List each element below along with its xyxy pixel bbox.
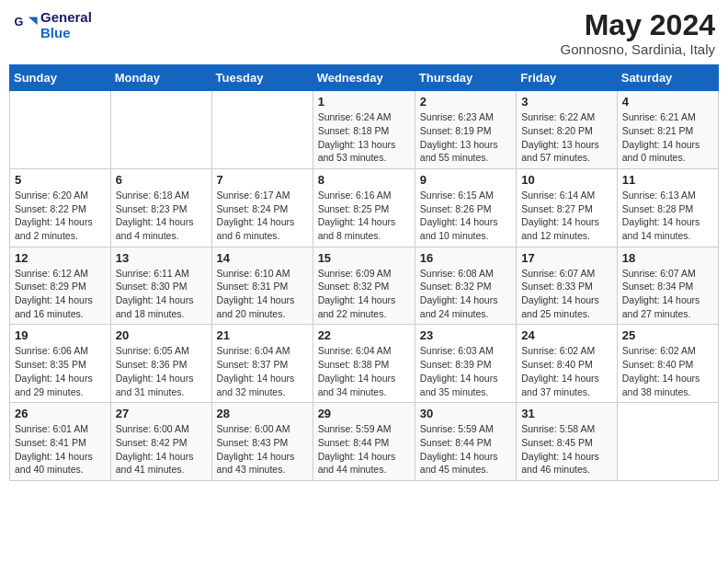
day-info: Sunrise: 6:14 AM Sunset: 8:27 PM Dayligh… bbox=[521, 189, 612, 243]
day-number: 13 bbox=[116, 251, 207, 265]
logo-icon: G bbox=[13, 12, 39, 38]
day-number: 22 bbox=[318, 328, 410, 342]
calendar-day-cell bbox=[617, 403, 718, 481]
calendar-day-cell: 25Sunrise: 6:02 AM Sunset: 8:40 PM Dayli… bbox=[617, 325, 718, 403]
calendar-header-row: SundayMondayTuesdayWednesdayThursdayFrid… bbox=[10, 65, 719, 91]
day-of-week-header: Wednesday bbox=[313, 65, 415, 91]
calendar-day-cell bbox=[110, 91, 211, 169]
calendar-day-cell: 26Sunrise: 6:01 AM Sunset: 8:41 PM Dayli… bbox=[10, 403, 111, 481]
day-of-week-header: Friday bbox=[517, 65, 618, 91]
day-number: 20 bbox=[116, 328, 207, 342]
day-number: 28 bbox=[217, 407, 308, 420]
calendar-day-cell: 4Sunrise: 6:21 AM Sunset: 8:21 PM Daylig… bbox=[617, 91, 718, 169]
calendar-day-cell: 8Sunrise: 6:16 AM Sunset: 8:25 PM Daylig… bbox=[313, 168, 415, 247]
day-info: Sunrise: 6:17 AM Sunset: 8:24 PM Dayligh… bbox=[217, 189, 308, 243]
day-number: 15 bbox=[318, 251, 410, 265]
location-subtitle: Gonnosno, Sardinia, Italy bbox=[561, 41, 715, 57]
day-number: 29 bbox=[318, 407, 410, 420]
calendar-day-cell: 1Sunrise: 6:24 AM Sunset: 8:18 PM Daylig… bbox=[313, 91, 415, 169]
day-info: Sunrise: 5:58 AM Sunset: 8:45 PM Dayligh… bbox=[521, 422, 612, 477]
calendar-day-cell: 19Sunrise: 6:06 AM Sunset: 8:35 PM Dayli… bbox=[10, 325, 111, 403]
calendar-day-cell: 21Sunrise: 6:04 AM Sunset: 8:37 PM Dayli… bbox=[211, 325, 313, 403]
calendar-day-cell bbox=[10, 91, 111, 169]
day-number: 3 bbox=[521, 95, 612, 109]
calendar-day-cell: 18Sunrise: 6:07 AM Sunset: 8:34 PM Dayli… bbox=[617, 247, 718, 325]
day-number: 5 bbox=[15, 173, 106, 187]
day-number: 7 bbox=[217, 173, 308, 187]
day-number: 8 bbox=[318, 173, 410, 187]
day-info: Sunrise: 6:01 AM Sunset: 8:41 PM Dayligh… bbox=[15, 422, 106, 477]
day-number: 21 bbox=[217, 328, 308, 342]
calendar-day-cell: 7Sunrise: 6:17 AM Sunset: 8:24 PM Daylig… bbox=[211, 168, 313, 247]
day-info: Sunrise: 6:20 AM Sunset: 8:22 PM Dayligh… bbox=[15, 189, 106, 243]
calendar-day-cell: 16Sunrise: 6:08 AM Sunset: 8:32 PM Dayli… bbox=[415, 247, 516, 325]
day-number: 25 bbox=[622, 328, 713, 342]
day-number: 10 bbox=[521, 173, 612, 187]
day-info: Sunrise: 6:03 AM Sunset: 8:39 PM Dayligh… bbox=[420, 344, 511, 398]
day-of-week-header: Monday bbox=[110, 65, 211, 91]
calendar-day-cell: 20Sunrise: 6:05 AM Sunset: 8:36 PM Dayli… bbox=[110, 325, 211, 403]
svg-text:G: G bbox=[14, 16, 23, 29]
day-number: 26 bbox=[15, 407, 106, 420]
calendar-day-cell bbox=[211, 91, 313, 169]
svg-marker-1 bbox=[28, 17, 38, 25]
calendar-day-cell: 17Sunrise: 6:07 AM Sunset: 8:33 PM Dayli… bbox=[517, 247, 618, 325]
day-info: Sunrise: 6:08 AM Sunset: 8:32 PM Dayligh… bbox=[420, 267, 511, 321]
day-number: 31 bbox=[521, 407, 612, 420]
logo-text-line2: Blue bbox=[40, 25, 92, 40]
calendar-day-cell: 11Sunrise: 6:13 AM Sunset: 8:28 PM Dayli… bbox=[617, 168, 718, 247]
calendar-week-row: 12Sunrise: 6:12 AM Sunset: 8:29 PM Dayli… bbox=[10, 247, 719, 325]
calendar-week-row: 1Sunrise: 6:24 AM Sunset: 8:18 PM Daylig… bbox=[10, 91, 719, 169]
day-of-week-header: Sunday bbox=[10, 65, 111, 91]
day-info: Sunrise: 6:00 AM Sunset: 8:43 PM Dayligh… bbox=[217, 422, 308, 477]
calendar-week-row: 5Sunrise: 6:20 AM Sunset: 8:22 PM Daylig… bbox=[10, 168, 719, 247]
day-number: 12 bbox=[15, 251, 106, 265]
calendar-day-cell: 3Sunrise: 6:22 AM Sunset: 8:20 PM Daylig… bbox=[517, 91, 618, 169]
day-of-week-header: Tuesday bbox=[211, 65, 313, 91]
day-number: 9 bbox=[420, 173, 511, 187]
day-number: 27 bbox=[116, 407, 207, 420]
calendar-day-cell: 2Sunrise: 6:23 AM Sunset: 8:19 PM Daylig… bbox=[415, 91, 516, 169]
day-info: Sunrise: 6:00 AM Sunset: 8:42 PM Dayligh… bbox=[116, 422, 207, 477]
day-info: Sunrise: 6:07 AM Sunset: 8:33 PM Dayligh… bbox=[521, 267, 612, 321]
calendar-day-cell: 27Sunrise: 6:00 AM Sunset: 8:42 PM Dayli… bbox=[110, 403, 211, 481]
day-info: Sunrise: 6:16 AM Sunset: 8:25 PM Dayligh… bbox=[318, 189, 410, 243]
calendar-day-cell: 6Sunrise: 6:18 AM Sunset: 8:23 PM Daylig… bbox=[110, 168, 211, 247]
calendar-day-cell: 10Sunrise: 6:14 AM Sunset: 8:27 PM Dayli… bbox=[517, 168, 618, 247]
page-header: G General Blue May 2024 Gonnosno, Sardin… bbox=[9, 9, 719, 57]
day-number: 2 bbox=[420, 95, 511, 109]
day-info: Sunrise: 6:18 AM Sunset: 8:23 PM Dayligh… bbox=[116, 189, 207, 243]
day-number: 16 bbox=[420, 251, 511, 265]
day-number: 30 bbox=[420, 407, 511, 420]
day-info: Sunrise: 6:13 AM Sunset: 8:28 PM Dayligh… bbox=[622, 189, 713, 243]
day-info: Sunrise: 6:22 AM Sunset: 8:20 PM Dayligh… bbox=[521, 110, 612, 165]
logo: G General Blue bbox=[13, 9, 92, 40]
logo-text-line1: General bbox=[40, 9, 92, 25]
day-info: Sunrise: 6:02 AM Sunset: 8:40 PM Dayligh… bbox=[622, 344, 713, 398]
calendar-day-cell: 9Sunrise: 6:15 AM Sunset: 8:26 PM Daylig… bbox=[415, 168, 516, 247]
calendar-week-row: 19Sunrise: 6:06 AM Sunset: 8:35 PM Dayli… bbox=[10, 325, 719, 403]
calendar-day-cell: 13Sunrise: 6:11 AM Sunset: 8:30 PM Dayli… bbox=[110, 247, 211, 325]
calendar-day-cell: 23Sunrise: 6:03 AM Sunset: 8:39 PM Dayli… bbox=[415, 325, 516, 403]
day-info: Sunrise: 6:15 AM Sunset: 8:26 PM Dayligh… bbox=[420, 189, 511, 243]
day-info: Sunrise: 5:59 AM Sunset: 8:44 PM Dayligh… bbox=[318, 422, 410, 477]
day-number: 23 bbox=[420, 328, 511, 342]
calendar-week-row: 26Sunrise: 6:01 AM Sunset: 8:41 PM Dayli… bbox=[10, 403, 719, 481]
day-info: Sunrise: 6:11 AM Sunset: 8:30 PM Dayligh… bbox=[116, 267, 207, 321]
day-number: 1 bbox=[318, 95, 410, 109]
day-info: Sunrise: 6:04 AM Sunset: 8:38 PM Dayligh… bbox=[318, 344, 410, 398]
day-info: Sunrise: 6:09 AM Sunset: 8:32 PM Dayligh… bbox=[318, 267, 410, 321]
calendar-table: SundayMondayTuesdayWednesdayThursdayFrid… bbox=[9, 64, 719, 481]
day-info: Sunrise: 6:05 AM Sunset: 8:36 PM Dayligh… bbox=[116, 344, 207, 398]
day-number: 17 bbox=[521, 251, 612, 265]
calendar-day-cell: 28Sunrise: 6:00 AM Sunset: 8:43 PM Dayli… bbox=[211, 403, 313, 481]
month-year-title: May 2024 bbox=[561, 9, 715, 41]
calendar-day-cell: 22Sunrise: 6:04 AM Sunset: 8:38 PM Dayli… bbox=[313, 325, 415, 403]
day-info: Sunrise: 6:07 AM Sunset: 8:34 PM Dayligh… bbox=[622, 267, 713, 321]
day-number: 11 bbox=[622, 173, 713, 187]
day-number: 19 bbox=[15, 328, 106, 342]
calendar-day-cell: 29Sunrise: 5:59 AM Sunset: 8:44 PM Dayli… bbox=[313, 403, 415, 481]
calendar-day-cell: 14Sunrise: 6:10 AM Sunset: 8:31 PM Dayli… bbox=[211, 247, 313, 325]
calendar-day-cell: 24Sunrise: 6:02 AM Sunset: 8:40 PM Dayli… bbox=[517, 325, 618, 403]
calendar-day-cell: 5Sunrise: 6:20 AM Sunset: 8:22 PM Daylig… bbox=[10, 168, 111, 247]
